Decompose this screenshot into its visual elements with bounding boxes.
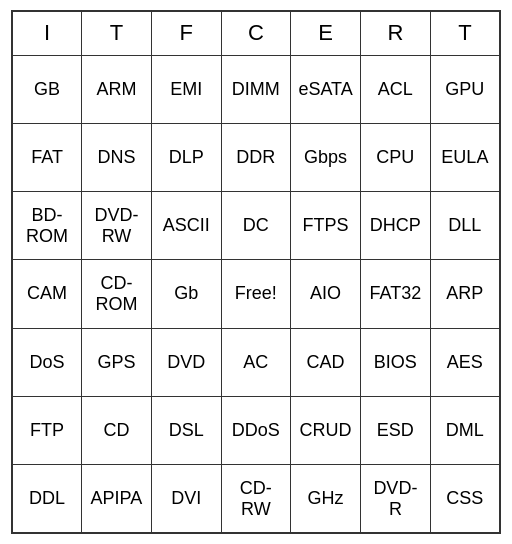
cell-1-0: FAT <box>12 123 82 191</box>
cell-1-4: Gbps <box>291 123 361 191</box>
table-row-1: FATDNSDLPDDRGbpsCPUEULA <box>12 123 500 191</box>
cell-5-3: DDoS <box>221 396 291 464</box>
cell-5-5: ESD <box>361 396 431 464</box>
cell-2-2: ASCII <box>151 192 221 260</box>
cell-4-0: DoS <box>12 328 82 396</box>
cell-5-6: DML <box>430 396 500 464</box>
cell-1-6: EULA <box>430 123 500 191</box>
table-row-5: FTPCDDSLDDoSCRUDESDDML <box>12 396 500 464</box>
cell-4-1: GPS <box>82 328 152 396</box>
cell-6-0: DDL <box>12 465 82 533</box>
cell-4-3: AC <box>221 328 291 396</box>
cell-0-3: DIMM <box>221 55 291 123</box>
cell-3-4: AIO <box>291 260 361 328</box>
cell-1-1: DNS <box>82 123 152 191</box>
header-col-3: C <box>221 11 291 55</box>
table-row-4: DoSGPSDVDACCADBIOSAES <box>12 328 500 396</box>
cell-1-5: CPU <box>361 123 431 191</box>
table-row-0: GBARMEMIDIMMeSATAACLGPU <box>12 55 500 123</box>
table-row-2: BD-ROMDVD-RWASCIIDCFTPSDHCPDLL <box>12 192 500 260</box>
cell-3-6: ARP <box>430 260 500 328</box>
header-col-2: F <box>151 11 221 55</box>
table-row-6: DDLAPIPADVICD-RWGHzDVD-RCSS <box>12 465 500 533</box>
cell-3-1: CD-ROM <box>82 260 152 328</box>
cell-0-0: GB <box>12 55 82 123</box>
cell-6-2: DVI <box>151 465 221 533</box>
cell-2-0: BD-ROM <box>12 192 82 260</box>
cell-2-3: DC <box>221 192 291 260</box>
cell-5-2: DSL <box>151 396 221 464</box>
cell-1-2: DLP <box>151 123 221 191</box>
header-col-1: T <box>82 11 152 55</box>
cell-2-1: DVD-RW <box>82 192 152 260</box>
cell-6-6: CSS <box>430 465 500 533</box>
cell-0-5: ACL <box>361 55 431 123</box>
cell-0-6: GPU <box>430 55 500 123</box>
cell-6-3: CD-RW <box>221 465 291 533</box>
bingo-card: ITFCERT GBARMEMIDIMMeSATAACLGPUFATDNSDLP… <box>11 10 501 534</box>
cell-5-1: CD <box>82 396 152 464</box>
cell-3-2: Gb <box>151 260 221 328</box>
cell-0-2: EMI <box>151 55 221 123</box>
header-col-6: T <box>430 11 500 55</box>
cell-6-5: DVD-R <box>361 465 431 533</box>
header-col-5: R <box>361 11 431 55</box>
cell-0-4: eSATA <box>291 55 361 123</box>
cell-3-0: CAM <box>12 260 82 328</box>
cell-3-3: Free! <box>221 260 291 328</box>
cell-2-4: FTPS <box>291 192 361 260</box>
header-col-0: I <box>12 11 82 55</box>
cell-6-1: APIPA <box>82 465 152 533</box>
header-col-4: E <box>291 11 361 55</box>
cell-6-4: GHz <box>291 465 361 533</box>
cell-1-3: DDR <box>221 123 291 191</box>
cell-5-0: FTP <box>12 396 82 464</box>
cell-2-6: DLL <box>430 192 500 260</box>
cell-4-5: BIOS <box>361 328 431 396</box>
table-row-3: CAMCD-ROMGbFree!AIOFAT32ARP <box>12 260 500 328</box>
cell-4-2: DVD <box>151 328 221 396</box>
cell-0-1: ARM <box>82 55 152 123</box>
cell-5-4: CRUD <box>291 396 361 464</box>
cell-4-6: AES <box>430 328 500 396</box>
cell-2-5: DHCP <box>361 192 431 260</box>
cell-3-5: FAT32 <box>361 260 431 328</box>
cell-4-4: CAD <box>291 328 361 396</box>
header-row: ITFCERT <box>12 11 500 55</box>
